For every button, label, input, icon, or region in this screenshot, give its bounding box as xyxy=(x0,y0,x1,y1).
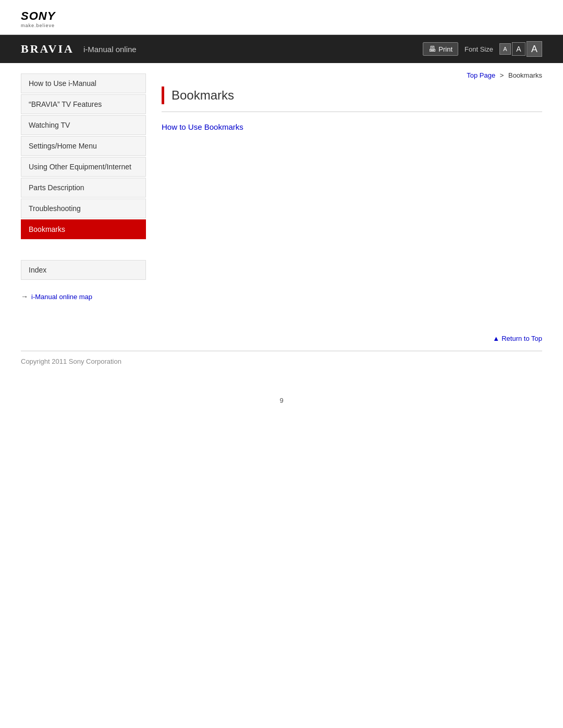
sony-tagline: make.believe xyxy=(21,23,55,28)
print-icon: 🖶 xyxy=(429,45,436,53)
logo-area: SONY make.believe xyxy=(0,0,563,35)
sony-logo: SONY make.believe xyxy=(21,9,542,28)
navbar-title: i-Manual online xyxy=(83,45,137,54)
navbar: BRAVIA i-Manual online 🖶 Print Font Size… xyxy=(0,35,563,63)
sidebar-item-bravia-features[interactable]: “BRAVIA” TV Features xyxy=(21,94,146,114)
font-medium-button[interactable]: A xyxy=(512,42,525,56)
sidebar-item-how-to-use[interactable]: How to Use i-Manual xyxy=(21,73,146,93)
sidebar-map-spacing xyxy=(21,280,146,290)
font-small-button[interactable]: A xyxy=(499,43,511,55)
sidebar-item-index[interactable]: Index xyxy=(21,260,146,280)
print-label: Print xyxy=(438,45,452,53)
sidebar: How to Use i-Manual “BRAVIA” TV Features… xyxy=(21,63,146,303)
footer-area: ▲ Return to Top Copyright 2011 Sony Corp… xyxy=(0,324,563,415)
font-large-button[interactable]: A xyxy=(527,41,542,57)
return-label: Return to Top xyxy=(501,335,542,342)
sidebar-item-watching-tv[interactable]: Watching TV xyxy=(21,115,146,135)
footer-divider xyxy=(21,351,542,351)
navbar-right: 🖶 Print Font Size A A A xyxy=(423,41,542,57)
breadcrumb-current: Bookmarks xyxy=(508,71,542,79)
navbar-left: BRAVIA i-Manual online xyxy=(21,42,137,56)
page-number: 9 xyxy=(21,397,542,404)
sidebar-item-settings-home[interactable]: Settings/Home Menu xyxy=(21,136,146,156)
how-to-use-bookmarks-link[interactable]: How to Use Bookmarks xyxy=(162,122,243,131)
main-content: How to Use i-Manual “BRAVIA” TV Features… xyxy=(0,63,563,303)
sidebar-item-bookmarks[interactable]: Bookmarks xyxy=(21,219,146,239)
sidebar-item-troubleshooting[interactable]: Troubleshooting xyxy=(21,199,146,218)
page-header-bar xyxy=(162,87,164,104)
bravia-logo: BRAVIA xyxy=(21,42,74,56)
sidebar-divider xyxy=(21,250,146,260)
breadcrumb-top-page[interactable]: Top Page xyxy=(467,71,495,79)
sony-text: SONY xyxy=(21,9,55,23)
imanual-map-link[interactable]: → i-Manual online map xyxy=(21,290,146,303)
print-button[interactable]: 🖶 Print xyxy=(423,42,458,56)
font-size-controls: A A A xyxy=(499,41,542,57)
breadcrumb-separator: > xyxy=(500,71,504,79)
sidebar-nav: How to Use i-Manual “BRAVIA” TV Features… xyxy=(21,73,146,239)
page-title: Bookmarks xyxy=(172,88,234,103)
breadcrumb: Top Page > Bookmarks xyxy=(162,71,542,79)
font-size-label: Font Size xyxy=(464,45,493,53)
sidebar-item-using-other[interactable]: Using Other Equipment/Internet xyxy=(21,157,146,177)
arrow-icon: → xyxy=(21,292,28,301)
content-area: Top Page > Bookmarks Bookmarks How to Us… xyxy=(162,63,542,303)
sidebar-item-parts-description[interactable]: Parts Description xyxy=(21,178,146,198)
page-header: Bookmarks xyxy=(162,87,542,112)
footer-copyright: Copyright 2011 Sony Corporation xyxy=(21,357,542,365)
return-to-top-area: ▲ Return to Top xyxy=(21,334,542,342)
triangle-icon: ▲ xyxy=(493,335,499,342)
return-to-top-link[interactable]: ▲ Return to Top xyxy=(493,335,542,342)
map-link-label: i-Manual online map xyxy=(31,293,92,301)
